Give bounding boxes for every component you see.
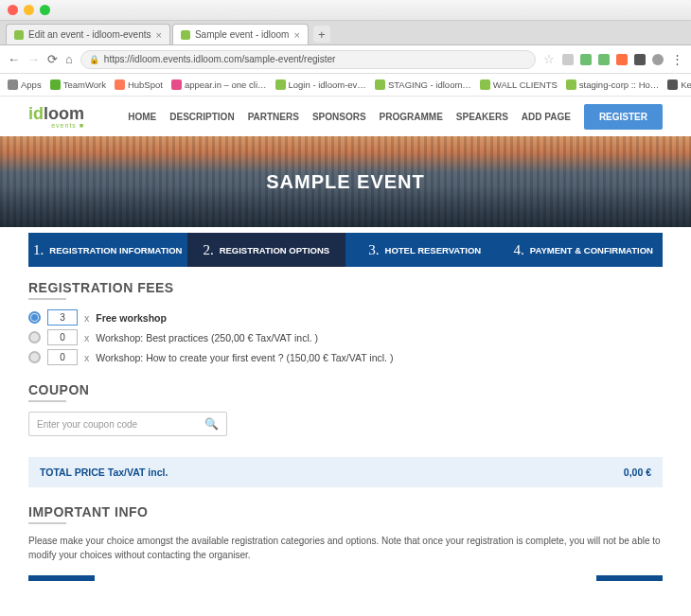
bookmark-item[interactable]: WALL CLIENTS [480, 79, 558, 90]
coupon-heading: COUPON [28, 382, 663, 397]
nav-link[interactable]: PROGRAMME [380, 112, 443, 122]
ext-icon[interactable] [580, 54, 592, 65]
back-button[interactable]: ← [8, 52, 20, 66]
fee-label: Workshop: Best practices (250,00 € Tax/V… [96, 332, 318, 343]
event-title: SAMPLE EVENT [266, 171, 425, 193]
bookmark-item[interactable]: staging-corp :: Ho… [566, 79, 659, 90]
page-content: idloom events ■ HOME DESCRIPTION PARTNER… [0, 97, 691, 616]
coupon-input[interactable]: Enter your coupon code 🔍 [28, 412, 227, 436]
register-button[interactable]: REGISTER [584, 104, 663, 130]
reload-button[interactable]: ⟳ [47, 52, 58, 66]
search-icon[interactable]: 🔍 [204, 417, 219, 431]
close-icon[interactable]: × [293, 29, 299, 41]
site-header: idloom events ■ HOME DESCRIPTION PARTNER… [0, 97, 691, 136]
lock-icon: 🔒 [89, 55, 99, 64]
tab-title: Edit an event - idloom-events [28, 29, 151, 40]
nav-link[interactable]: ADD PAGE [522, 112, 571, 122]
close-icon[interactable]: × [156, 29, 162, 41]
info-text: Please make your choice amongst the avai… [28, 534, 663, 562]
window-max-btn[interactable] [40, 5, 50, 15]
qty-input[interactable] [47, 349, 78, 365]
step-4[interactable]: 4.PAYMENT & CONFIRMATION [505, 233, 664, 267]
info-heading: IMPORTANT INFO [28, 504, 663, 519]
bookmark-item[interactable]: appear.in – one cli… [171, 79, 267, 90]
main-nav: HOME DESCRIPTION PARTNERS SPONSORS PROGR… [128, 104, 663, 130]
bookmark-item[interactable]: HubSpot [115, 79, 163, 90]
window-close-btn[interactable] [8, 5, 18, 15]
new-tab-button[interactable]: + [313, 26, 330, 43]
window-titlebar [0, 0, 691, 21]
bookmark-item[interactable]: STAGING - idloom… [375, 79, 471, 90]
address-bar: ← → ⟳ ⌂ 🔒 https://idloom.events.idloom.c… [0, 45, 691, 74]
star-icon[interactable]: ☆ [543, 52, 555, 66]
logo[interactable]: idloom events ■ [28, 104, 84, 129]
favicon-icon [14, 30, 24, 40]
url-text: https://idloom.events.idloom.com/sample-… [104, 54, 336, 64]
bookmarks-bar: Apps TeamWork HubSpot appear.in – one cl… [0, 74, 691, 97]
menu-icon[interactable]: ⋮ [671, 52, 683, 66]
nav-link[interactable]: SPONSORS [312, 112, 366, 122]
radio-unselected[interactable] [28, 331, 41, 343]
total-amount: 0,00 € [624, 466, 651, 478]
radio-unselected[interactable] [28, 351, 41, 363]
progress-steps: 1.REGISTRATION INFORMATION 2.REGISTRATIO… [28, 233, 663, 267]
qty-input[interactable] [47, 309, 78, 326]
divider [28, 400, 66, 402]
url-input[interactable]: 🔒 https://idloom.events.idloom.com/sampl… [80, 50, 536, 69]
home-button[interactable]: ⌂ [65, 52, 73, 66]
fee-label: Workshop: How to create your first event… [96, 352, 393, 363]
step-1[interactable]: 1.REGISTRATION INFORMATION [28, 233, 187, 267]
next-button[interactable] [596, 575, 663, 581]
avatar-icon[interactable] [652, 54, 664, 65]
ext-icon[interactable] [616, 54, 628, 65]
browser-tab-active[interactable]: Sample event - idloom × [172, 24, 309, 44]
footer-buttons [28, 575, 663, 581]
window-min-btn[interactable] [24, 5, 34, 15]
apps-button[interactable]: Apps [8, 79, 42, 90]
radio-selected[interactable] [28, 311, 41, 324]
fee-row: x Free workshop [28, 309, 663, 326]
hero-banner: SAMPLE EVENT [0, 136, 691, 227]
fee-label: Free workshop [96, 312, 167, 324]
nav-link[interactable]: PARTNERS [248, 112, 299, 122]
prev-button[interactable] [28, 575, 95, 581]
browser-tab[interactable]: Edit an event - idloom-events × [6, 24, 170, 44]
bookmark-item[interactable]: Keybate admin po… [667, 79, 691, 90]
nav-link[interactable]: HOME [128, 112, 156, 122]
total-label: TOTAL PRICE Tax/VAT incl. [40, 466, 168, 478]
tab-title: Sample event - idloom [195, 29, 290, 40]
step-3[interactable]: 3.HOTEL RESERVATION [346, 233, 505, 267]
divider [28, 522, 66, 524]
fees-heading: REGISTRATION FEES [28, 280, 663, 295]
ext-icon[interactable] [634, 54, 646, 65]
divider [28, 298, 66, 300]
extensions [562, 54, 664, 65]
fee-row: x Workshop: How to create your first eve… [28, 349, 663, 365]
fee-row: x Workshop: Best practices (250,00 € Tax… [28, 329, 663, 345]
ext-icon[interactable] [562, 54, 574, 65]
browser-tabs: Edit an event - idloom-events × Sample e… [0, 21, 691, 45]
bookmark-item[interactable]: TeamWork [50, 79, 106, 90]
ext-icon[interactable] [598, 54, 610, 65]
step-2-active[interactable]: 2.REGISTRATION OPTIONS [187, 233, 346, 267]
coupon-placeholder: Enter your coupon code [37, 419, 137, 430]
bookmark-item[interactable]: Login - idloom-ev… [275, 79, 366, 90]
nav-link[interactable]: DESCRIPTION [169, 112, 234, 122]
favicon-icon [181, 30, 190, 40]
qty-input[interactable] [47, 329, 78, 345]
total-bar: TOTAL PRICE Tax/VAT incl. 0,00 € [28, 457, 663, 487]
forward-button[interactable]: → [27, 52, 40, 66]
nav-link[interactable]: SPEAKERS [456, 112, 508, 122]
